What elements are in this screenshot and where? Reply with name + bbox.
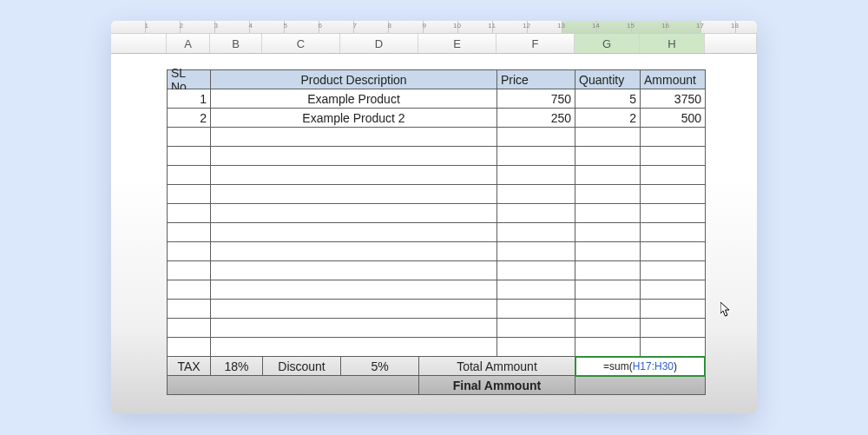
col-H[interactable]: H [640, 34, 705, 53]
table-row[interactable] [168, 319, 706, 338]
data-grid[interactable]: SL No. Product Description Price Quantit… [167, 69, 706, 395]
total-formula-cell[interactable]: =sum(H17:H30) [575, 357, 706, 376]
hdr-amount: Ammount [641, 70, 706, 89]
table-row[interactable] [168, 280, 706, 300]
col-D[interactable]: D [340, 34, 418, 53]
col-F[interactable]: F [496, 34, 575, 53]
table-row[interactable] [168, 242, 706, 261]
col-G[interactable]: G [575, 34, 640, 53]
table-row[interactable] [168, 204, 706, 223]
column-headers[interactable]: A B C D E F G H [111, 34, 757, 54]
hdr-price: Price [497, 70, 575, 89]
totals-row[interactable]: TAX 18% Discount 5% Total Ammount =sum(H… [168, 357, 706, 376]
table-row[interactable]: 1 Example Product 750 5 3750 [168, 89, 706, 109]
spreadsheet-window: A B C D E F G H SL No. Product Descripti… [111, 21, 757, 414]
formula-text: =sum(H17:H30) [603, 360, 677, 372]
table-row[interactable] [168, 166, 706, 185]
table-row[interactable] [168, 223, 706, 242]
table-header-row: SL No. Product Description Price Quantit… [168, 70, 706, 89]
horizontal-ruler [111, 21, 757, 34]
hdr-desc: Product Description [211, 70, 497, 89]
col-B[interactable]: B [210, 34, 262, 53]
hdr-sl: SL No. [168, 70, 211, 89]
table-row[interactable] [168, 261, 706, 280]
col-E[interactable]: E [418, 34, 496, 53]
hdr-qty: Quantity [575, 70, 641, 89]
col-A[interactable]: A [167, 34, 210, 53]
table-row[interactable] [168, 338, 706, 357]
final-row[interactable]: Final Ammount [168, 376, 706, 395]
table-row[interactable] [168, 185, 706, 204]
col-C[interactable]: C [262, 34, 340, 53]
sheet-body: SL No. Product Description Price Quantit… [111, 54, 757, 69]
table-row[interactable] [168, 147, 706, 166]
mouse-cursor-icon [720, 302, 731, 318]
table-row[interactable]: 2 Example Product 2 250 2 500 [168, 109, 706, 128]
table-row[interactable] [168, 300, 706, 319]
table-row[interactable] [168, 128, 706, 147]
